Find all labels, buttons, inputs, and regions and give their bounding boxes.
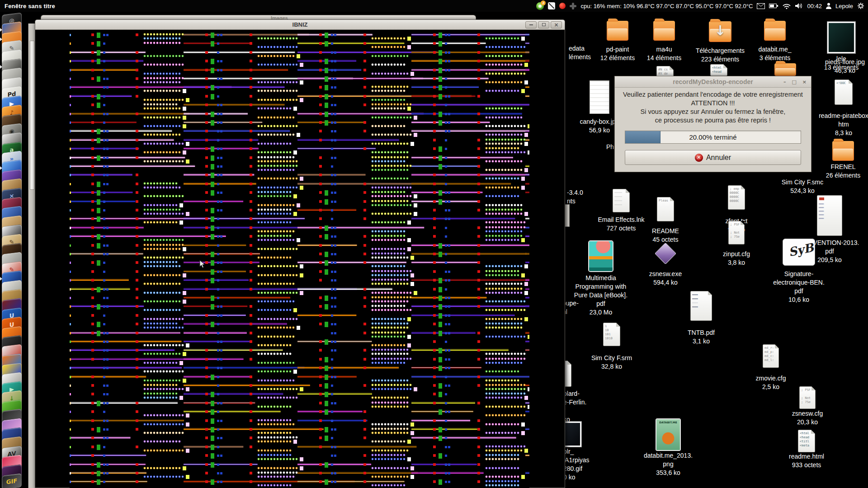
folder-databit-me-icon[interactable]: [764, 21, 786, 41]
background-window-panel: [30, 41, 34, 190]
system-monitor-text: cpu: 16% mem: 10% 96.8°C 97.0°C 87.0°C 9…: [580, 3, 753, 9]
file-readme-piratebox-icon[interactable]: <!DOC: [835, 80, 853, 105]
label-340-label[interactable]: -3.4.0nts: [567, 188, 583, 206]
file-zmovie-icon[interactable]: md_r: md_p: md_c: md_l:: [763, 344, 779, 368]
cancel-button[interactable]: ✕ Annuler: [625, 150, 801, 165]
user-icon: [826, 3, 831, 9]
file-signature-icon-text: SyB: [788, 241, 816, 267]
gear-icon[interactable]: [857, 2, 864, 9]
file-tntb-label[interactable]: TNTB.pdf3,1 ko: [660, 328, 742, 346]
file-readme-label[interactable]: README45 octets: [625, 227, 706, 244]
file-tntb-icon-text: ▬▬▬ ▬▬▬ ——— ▬▬▬: [692, 293, 711, 319]
folder-frenel-icon[interactable]: [832, 141, 854, 161]
file-zinput-label[interactable]: zinput.cfg3,8 ko: [696, 250, 777, 267]
folder-peek-icon[interactable]: [774, 63, 796, 76]
file-subvention-icon-text: ▬▬▬▬ ▬▬▬▬ ▬▬▬▬ ▬▬▬▬ ▬▬▬▬: [819, 202, 841, 235]
recordmydesktop-encoder-dialog: recordMyDesktop-encoder – □ × Veuillez p…: [614, 76, 811, 172]
file-readme-html-icon[interactable]: <html <head <titl <meta: [798, 430, 815, 452]
chat-status-icon[interactable]: 2: [536, 2, 544, 10]
dialog-message-line: Veuillez patienter pendant l'encodage de…: [615, 90, 811, 99]
file-readme-icon-text: Pleas: [659, 199, 673, 220]
background-window-edge: [28, 23, 35, 488]
file-zinput-icon-text: ; PSF ; Not ; 75e: [730, 223, 743, 243]
label-sim-city-smc-label[interactable]: Sim City F.smc524,3 ko: [762, 178, 843, 195]
file-zmovie-icon-text: md_r: md_p: md_c: md_l:: [764, 346, 778, 366]
file-zinput-icon[interactable]: ; PSF ; Not ; 75e: [728, 221, 745, 244]
file-email-effects-icon-text: ———— ———— ———— ————: [614, 191, 628, 211]
ibniz-window-title: IBNIZ: [35, 20, 565, 30]
file-simcity-srm-label[interactable]: Sim City F.srm32,8 ko: [571, 354, 652, 371]
file-zsnesw-exe-label[interactable]: zsnesw.exe594,4 ko: [625, 270, 706, 287]
close-icon: ×: [554, 22, 558, 28]
file-email-effects-icon[interactable]: ———— ———— ———— ————: [613, 189, 630, 212]
dialog-title: recordMyDesktop-encoder: [615, 76, 811, 88]
battery-icon[interactable]: [769, 3, 778, 9]
ibniz-visual-canvas: [70, 31, 529, 488]
mail-icon[interactable]: [757, 3, 765, 9]
close-button[interactable]: ×: [551, 21, 562, 28]
dialog-message: Veuillez patienter pendant l'encodage de…: [615, 90, 811, 125]
maximize-button[interactable]: [538, 21, 549, 28]
dialog-maximize-button[interactable]: □: [792, 76, 796, 88]
image-lele-icon[interactable]: [827, 22, 855, 53]
file-zsnesw-exe-icon[interactable]: [655, 243, 676, 264]
cancel-button-label: Annuler: [706, 154, 731, 162]
dialog-minimize-button[interactable]: –: [783, 76, 786, 88]
file-simcity-srm-icon[interactable]: 1 10 101 1010: [603, 323, 620, 346]
file-peek-2-icon[interactable]: <html <head: [710, 64, 727, 76]
top-panel: Fenêtre sans titre 2 cpu: 16% mem: 10% 9…: [0, 0, 868, 12]
folder-telechargements-icon[interactable]: ↓: [709, 21, 731, 42]
file-tntb-icon[interactable]: ▬▬▬ ▬▬▬ ——— ▬▬▬: [690, 291, 712, 321]
dialog-titlebar[interactable]: recordMyDesktop-encoder – □ ×: [615, 76, 811, 88]
notification-badge: 2: [541, 0, 546, 5]
dock-running-marker: [0, 38, 2, 41]
gif-colors-glyph: GIF: [6, 478, 17, 485]
progress-label: 20.00% terminé: [625, 131, 801, 143]
file-readme-html-label[interactable]: readme.html933 octets: [766, 452, 847, 469]
label-olard-label[interactable]: olard-e-Ferlin.fko: [563, 389, 586, 424]
folder-pd-paint-icon[interactable]: [607, 21, 628, 41]
wifi-icon[interactable]: [783, 3, 791, 9]
file-readme-icon[interactable]: Pleas: [657, 197, 674, 221]
folder-ma4u-icon[interactable]: [653, 21, 675, 41]
file-signature-icon[interactable]: SyB: [783, 239, 815, 266]
cancel-x-icon: ✕: [695, 154, 703, 162]
dialog-close-button[interactable]: ×: [802, 76, 807, 88]
ibniz-titlebar[interactable]: IBNIZ ×: [35, 20, 565, 30]
clock[interactable]: 00:42: [807, 3, 822, 9]
minimize-button[interactable]: [525, 21, 537, 28]
file-readme-piratebox-icon-text: <!DOC: [836, 81, 851, 103]
ibniz-window: IBNIZ ×: [35, 19, 565, 488]
dialog-message-line: ce processus ne pourra pas être repris !: [615, 116, 811, 125]
volume-icon[interactable]: [795, 3, 803, 9]
file-databit-png-icon[interactable]: DATABIT.ME: [656, 419, 680, 450]
file-multimedia-ebook-icon[interactable]: [589, 241, 613, 271]
label-ph-label[interactable]: Ph: [606, 143, 614, 151]
file-zsnesw-cfg-label[interactable]: zsnesw.cfg20,3 ko: [767, 409, 848, 427]
image-candy-box-icon[interactable]: [590, 80, 609, 114]
minimize-icon: [529, 24, 533, 25]
dialog-message-line: ATTENTION !!!: [615, 99, 811, 108]
folder-frenel-label[interactable]: FRENEL26 éléments: [802, 163, 868, 180]
file-zsnesw-cfg-icon[interactable]: ; PSF ; Not ; 75e: [799, 386, 816, 409]
session-user-menu[interactable]: Lepole: [835, 3, 853, 9]
file-readme-html-icon-text: <html <head <titl <meta: [800, 432, 814, 451]
dock-running-marker: [0, 65, 2, 69]
mouse-cursor: [199, 260, 206, 269]
focused-window-title: Fenêtre sans titre: [5, 3, 55, 9]
compose-icon[interactable]: [548, 2, 555, 9]
file-subvention-icon[interactable]: ▬▬▬▬ ▬▬▬▬ ▬▬▬▬ ▬▬▬▬ ▬▬▬▬: [817, 195, 842, 236]
download-arrow-icon: ↓: [714, 24, 726, 38]
label-pieds-flore-label[interactable]: pieds-flore.jpg46,3 ko: [804, 58, 868, 75]
file-zfont-icon[interactable]: ; emp 0000C 0000C 0000C: [728, 185, 745, 210]
gamepad-tray-icon[interactable]: [570, 3, 576, 9]
file-peek-2-icon-text: <html <head: [712, 66, 726, 75]
dock-icon-gif-colors[interactable]: GIF: [2, 473, 22, 488]
file-databit-png-label[interactable]: databit.me_2013.png353,6 ko: [627, 451, 709, 477]
image-tumblr-peek-label[interactable]: blr_iA1rpiyas280.gif0 ko: [563, 447, 590, 482]
file-readme-piratebox-label[interactable]: readme-pirateboxhtm8,3 ko: [803, 112, 868, 137]
recording-indicator-icon[interactable]: [559, 3, 566, 9]
dialog-message-line: Si vous appuyez sur Annuler ou fermez la…: [615, 108, 811, 116]
encode-progress-bar: 20.00% terminé: [625, 131, 801, 144]
file-signature-label[interactable]: Signature-electronique-BEN.pdf10,6 ko: [758, 270, 840, 304]
